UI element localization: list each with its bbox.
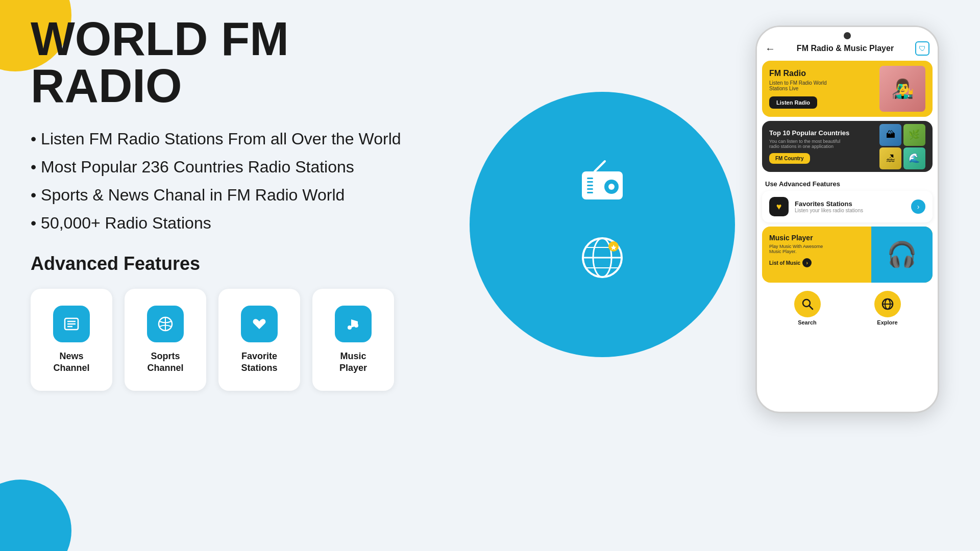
phone-mockup: ← FM Radio & Music Player 🛡 FM Radio Lis… bbox=[755, 15, 939, 525]
svg-point-7 bbox=[354, 323, 358, 328]
list-music-arrow: › bbox=[802, 258, 812, 267]
favorites-text: Favorites Stations Listen your likes rad… bbox=[795, 200, 863, 213]
top-countries-banner[interactable]: Top 10 Popular Countries You can listen … bbox=[762, 121, 933, 172]
bullet-item-2: Most Popular 236 Countries Radio Station… bbox=[31, 158, 449, 177]
country-img-1: 🏔 bbox=[879, 124, 901, 146]
svg-rect-12 bbox=[587, 188, 593, 190]
phone-notch bbox=[844, 32, 851, 39]
countries-left: Top 10 Popular Countries You can listen … bbox=[769, 129, 849, 164]
feature-cards-container: NewsChannel SoprtsChannel FavoriteStatio… bbox=[31, 289, 449, 391]
svg-rect-11 bbox=[587, 185, 593, 186]
search-bottom-item[interactable]: Search bbox=[794, 291, 821, 325]
use-advanced-label: Use Advanced Features bbox=[757, 176, 938, 191]
list-of-music-button[interactable]: List of Music › bbox=[769, 258, 812, 267]
sports-channel-label: SoprtsChannel bbox=[147, 350, 183, 374]
svg-line-24 bbox=[809, 306, 813, 310]
news-channel-icon bbox=[53, 306, 90, 342]
music-player-card-subtitle: Play Music With AwesomeMusic Player. bbox=[769, 244, 864, 254]
fm-country-button[interactable]: FM Country bbox=[769, 153, 810, 164]
favorites-subtitle: Listen your likes radio stations bbox=[795, 208, 863, 213]
news-channel-label: NewsChannel bbox=[53, 350, 89, 374]
fm-banner-right: 👨‍🎤 bbox=[879, 66, 925, 112]
main-title: WORLD FM RADIO bbox=[31, 15, 449, 109]
favorites-row[interactable]: ♥ Favorites Stations Listen your likes r… bbox=[762, 191, 933, 222]
svg-point-6 bbox=[348, 325, 352, 330]
music-player-card[interactable]: Music Player Play Music With AwesomeMusi… bbox=[762, 227, 933, 283]
sports-channel-icon bbox=[147, 306, 184, 342]
listen-radio-button[interactable]: Listen Radio bbox=[769, 96, 817, 109]
music-person-emoji: 🎧 bbox=[887, 240, 917, 269]
music-card-left: Music Player Play Music With AwesomeMusi… bbox=[762, 227, 871, 283]
advanced-features-title: Advanced Features bbox=[31, 253, 449, 274]
svg-line-16 bbox=[595, 161, 605, 171]
favorites-stations-label: FavoriteStations bbox=[241, 350, 277, 374]
music-card-image: 🎧 bbox=[871, 227, 933, 283]
top-countries-title: Top 10 Popular Countries bbox=[769, 129, 849, 137]
bottom-icons-row: Search Explore bbox=[757, 287, 938, 330]
feature-card-news[interactable]: NewsChannel bbox=[31, 289, 112, 391]
favorites-stations-icon bbox=[241, 306, 278, 342]
favorites-title: Favorites Stations bbox=[795, 200, 863, 208]
list-music-label: List of Music bbox=[769, 260, 800, 266]
search-label: Search bbox=[798, 319, 817, 325]
svg-point-15 bbox=[608, 184, 615, 190]
music-player-label: MusicPlayer bbox=[339, 350, 367, 374]
favorites-heart-icon: ♥ bbox=[769, 197, 789, 216]
feature-card-music[interactable]: MusicPlayer bbox=[312, 289, 394, 391]
country-img-3: 🏖 bbox=[879, 147, 901, 169]
svg-rect-10 bbox=[587, 181, 593, 183]
bg-circle-blue-bottom bbox=[0, 480, 71, 551]
music-player-icon bbox=[335, 306, 372, 342]
radio-icon bbox=[577, 156, 628, 212]
phone-app-title: FM Radio & Music Player bbox=[797, 44, 894, 53]
music-player-card-title: Music Player bbox=[769, 234, 864, 242]
bullet-item-1: Listen FM Radio Stations From all Over t… bbox=[31, 130, 449, 148]
countries-grid: 🏔 🌿 🏖 🌊 bbox=[879, 124, 925, 169]
fm-banner-left: FM Radio Listen to FM Radio WorldStation… bbox=[769, 69, 827, 109]
back-button[interactable]: ← bbox=[765, 43, 775, 55]
fm-radio-title: FM Radio bbox=[769, 69, 827, 78]
feature-card-sports[interactable]: SoprtsChannel bbox=[125, 289, 206, 391]
explore-bottom-item[interactable]: Explore bbox=[874, 291, 901, 325]
phone-content: ← FM Radio & Music Player 🛡 FM Radio Lis… bbox=[757, 27, 938, 412]
bullet-list: Listen FM Radio Stations From all Over t… bbox=[31, 130, 449, 233]
left-section: WORLD FM RADIO Listen FM Radio Stations … bbox=[31, 15, 449, 391]
bullet-item-3: Sports & News Chanal in FM Radio World bbox=[31, 186, 449, 205]
search-icon[interactable] bbox=[794, 291, 821, 317]
favorites-arrow[interactable]: › bbox=[911, 199, 925, 214]
svg-rect-13 bbox=[587, 192, 593, 193]
bullet-item-4: 50,000+ Radio Stations bbox=[31, 214, 449, 233]
fm-radio-subtitle: Listen to FM Radio WorldStations Live bbox=[769, 80, 827, 91]
svg-rect-9 bbox=[587, 178, 593, 179]
blue-decorative-circle bbox=[470, 92, 735, 357]
phone-shell: ← FM Radio & Music Player 🛡 FM Radio Lis… bbox=[755, 26, 939, 413]
favorites-left: ♥ Favorites Stations Listen your likes r… bbox=[769, 197, 863, 216]
country-img-4: 🌊 bbox=[903, 147, 925, 169]
feature-card-favorites[interactable]: FavoriteStations bbox=[218, 289, 300, 391]
fm-person-image: 👨‍🎤 bbox=[879, 66, 925, 112]
shield-icon[interactable]: 🛡 bbox=[915, 41, 929, 56]
fm-radio-banner[interactable]: FM Radio Listen to FM Radio WorldStation… bbox=[762, 61, 933, 117]
country-img-2: 🌿 bbox=[903, 124, 925, 146]
globe-icon bbox=[577, 232, 628, 293]
top-countries-subtitle: You can listen to the most beautifulradi… bbox=[769, 139, 849, 149]
explore-icon[interactable] bbox=[874, 291, 901, 317]
explore-label: Explore bbox=[877, 319, 897, 325]
